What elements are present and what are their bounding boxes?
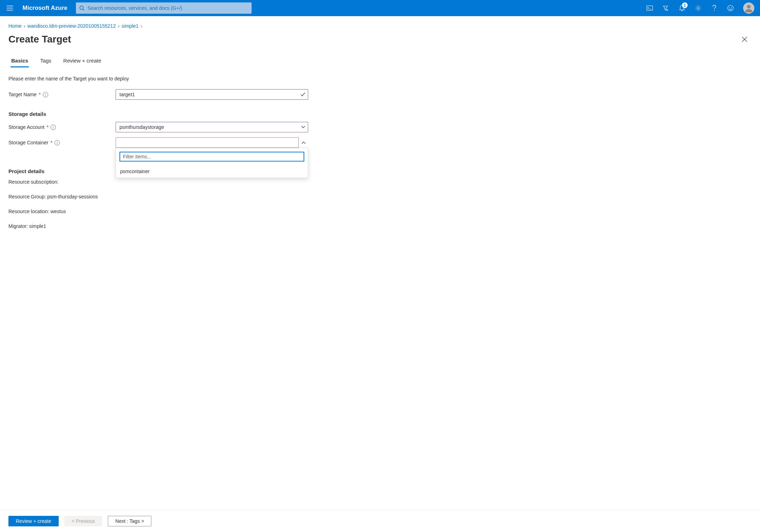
- cloud-shell-button[interactable]: [642, 0, 657, 16]
- svg-rect-1: [647, 6, 653, 11]
- footer-bar: Review + create < Previous Next : Tags >: [0, 510, 760, 532]
- row-storage-container: Storage Container * i psmcontainer: [8, 137, 378, 148]
- topbar-icon-group: 1: [642, 0, 757, 16]
- chevron-right-icon: ›: [118, 23, 119, 29]
- svg-point-7: [747, 5, 751, 8]
- notifications-button[interactable]: 1: [674, 0, 690, 16]
- svg-point-5: [729, 7, 730, 8]
- dropdown-toggle[interactable]: [298, 137, 308, 148]
- tab-basics[interactable]: Basics: [11, 55, 29, 67]
- row-storage-account: Storage Account * i: [8, 122, 378, 132]
- label-text: Storage Container: [8, 140, 48, 145]
- account-avatar[interactable]: [743, 2, 754, 14]
- person-icon: [745, 4, 753, 12]
- label-text: Target Name: [8, 92, 37, 97]
- dropdown-filter-input[interactable]: [119, 152, 304, 162]
- chevron-right-icon: ›: [141, 23, 142, 29]
- breadcrumb-link-home[interactable]: Home: [8, 23, 21, 29]
- chevron-right-icon: ›: [24, 23, 25, 29]
- page-title-row: Create Target: [0, 31, 760, 55]
- settings-button[interactable]: [690, 0, 706, 16]
- directory-filter-button[interactable]: [658, 0, 674, 16]
- required-star-icon: *: [51, 140, 52, 145]
- svg-point-4: [728, 5, 733, 11]
- help-icon: [712, 5, 716, 11]
- brand-label: Microsoft Azure: [20, 5, 73, 12]
- target-name-input[interactable]: [116, 89, 308, 100]
- breadcrumb-link-resource[interactable]: wandisco.ldm-preview-20201005155212: [27, 23, 116, 29]
- info-icon[interactable]: i: [51, 125, 56, 130]
- migrator-line: Migrator: simple1: [8, 223, 378, 229]
- feedback-button[interactable]: [723, 0, 738, 16]
- chevron-up-icon: [301, 141, 306, 144]
- page-title: Create Target: [8, 34, 738, 45]
- tabs: Basics Tags Review + create: [0, 55, 760, 67]
- resource-location-line: Resource location: westus: [8, 209, 378, 214]
- breadcrumb: Home › wandisco.ldm-preview-202010051552…: [0, 16, 760, 31]
- dropdown-toggle[interactable]: [298, 122, 308, 132]
- next-button[interactable]: Next : Tags >: [108, 516, 151, 526]
- svg-point-6: [731, 7, 732, 8]
- chevron-down-icon: [301, 126, 305, 129]
- close-button[interactable]: [738, 32, 752, 46]
- hamburger-icon: [7, 6, 13, 11]
- label-text: Storage Account: [8, 124, 45, 130]
- cloud-shell-icon: [647, 6, 653, 11]
- storage-container-select[interactable]: [116, 137, 308, 148]
- svg-point-0: [80, 6, 83, 9]
- breadcrumb-link-simple1[interactable]: simple1: [122, 23, 138, 29]
- storage-account-select[interactable]: [116, 122, 308, 132]
- svg-point-3: [714, 10, 715, 11]
- review-create-button[interactable]: Review + create: [8, 516, 59, 526]
- info-icon[interactable]: i: [54, 140, 60, 145]
- tab-review-create[interactable]: Review + create: [63, 55, 102, 67]
- form-body: Please enter the name of the Target you …: [0, 67, 387, 237]
- checkmark-icon: [300, 92, 305, 97]
- smiley-icon: [727, 5, 734, 11]
- global-search[interactable]: [76, 2, 252, 14]
- close-icon: [742, 37, 747, 42]
- label-storage-container: Storage Container * i: [8, 140, 116, 145]
- label-target-name: Target Name * i: [8, 92, 116, 97]
- required-star-icon: *: [39, 92, 40, 97]
- row-target-name: Target Name * i: [8, 89, 378, 100]
- top-bar: Microsoft Azure 1: [0, 0, 760, 16]
- filter-icon: [663, 5, 669, 11]
- help-button[interactable]: [707, 0, 722, 16]
- resource-group-line: Resource Group: psm-thursday-sessions: [8, 194, 378, 199]
- notification-count-badge: 1: [682, 2, 688, 8]
- hamburger-menu-button[interactable]: [3, 1, 17, 15]
- info-icon[interactable]: i: [43, 92, 48, 97]
- required-star-icon: *: [47, 124, 48, 130]
- tab-tags[interactable]: Tags: [39, 55, 52, 67]
- label-storage-account: Storage Account * i: [8, 124, 116, 130]
- intro-text: Please enter the name of the Target you …: [8, 76, 378, 81]
- storage-container-dropdown: psmcontainer: [116, 148, 308, 178]
- dropdown-option-psmcontainer[interactable]: psmcontainer: [116, 165, 308, 178]
- search-input[interactable]: [87, 5, 248, 11]
- previous-button: < Previous: [64, 516, 103, 526]
- gear-icon: [695, 5, 701, 11]
- search-icon: [79, 6, 85, 11]
- svg-point-2: [697, 7, 699, 9]
- section-storage-details: Storage details: [8, 111, 378, 117]
- resource-subscription-line: Resource subscription:: [8, 179, 378, 185]
